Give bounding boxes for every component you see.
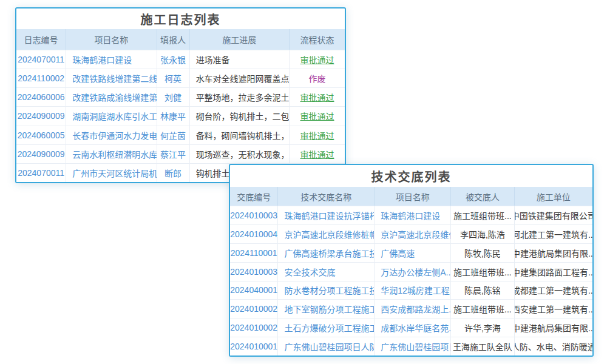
log-status-link[interactable]: 审批通过: [290, 107, 345, 125]
log-id-link[interactable]: 2024060005: [16, 126, 66, 144]
log-project-link[interactable]: 云南水利枢纽潜明水库一...: [66, 145, 157, 163]
disclosure-unit-text: 人防、水电、消防暖通: [515, 337, 592, 356]
table-row: 2024010002 地下室钢筋分项工程施工... 西安成都路龙湖上... 施工…: [230, 299, 592, 318]
log-project-link[interactable]: 广州市天河区统计局机房...: [66, 164, 157, 182]
disclosure-name-link[interactable]: 广佛高速桥梁承台施工技...: [278, 244, 375, 262]
log-reporter-link[interactable]: 断郎: [157, 164, 190, 182]
log-reporter-link[interactable]: 蔡江平: [157, 145, 190, 163]
log-reporter-link[interactable]: 林康平: [157, 107, 190, 125]
disclosure-project-link[interactable]: 广东佛山碧桂园项目: [375, 337, 451, 356]
disclosure-project-link[interactable]: 西安成都路龙湖上...: [375, 300, 451, 318]
log-id-link[interactable]: 2024070011: [16, 50, 66, 69]
disclosure-project-link[interactable]: 成都水岸华庭名苑...: [375, 318, 451, 337]
disclosure-recipient-text: 施工班组带班...: [451, 263, 514, 281]
log-status-link[interactable]: 审批通过: [290, 88, 345, 106]
log-id-link[interactable]: 2024060006: [16, 88, 66, 106]
table-row: 2024090009 湖南洞庭湖水库引水工程... 林康平 砌台阶，钩机排土，二…: [16, 106, 345, 125]
log-reporter-link[interactable]: 柯英: [157, 69, 190, 87]
disclosure-recipient-text: 陈晨,陈铭: [451, 281, 514, 300]
disclosure-name-link[interactable]: 安全技术交底: [278, 263, 375, 281]
log-progress-text: 水车对全线遮阳网覆盖点进...: [190, 69, 290, 87]
disclosure-unit-text: 河北建工第一建筑有...: [515, 225, 592, 243]
column-header-project-name: 项目名称: [375, 187, 451, 206]
disclosure-recipient-text: 王海施工队全队: [451, 337, 514, 356]
table-row: 2024010003 安全技术交底 万达办公楼左侧A... 施工班组带班... …: [230, 262, 592, 281]
disclosure-project-link[interactable]: 广佛高速: [375, 244, 451, 262]
log-project-link[interactable]: 长春市伊通河水力发电厂...: [66, 126, 157, 144]
column-header-unit: 施工单位: [515, 187, 592, 206]
disclosure-recipient-text: 许华,李海: [451, 318, 514, 337]
disclosure-name-link[interactable]: 京沪高速北京段维修桩帽...: [278, 225, 375, 243]
construction-log-header-row: 日志编号 项目名称 填报人 施工进展 流程状态: [16, 29, 345, 50]
disclosure-name-link[interactable]: 防水卷材分项工程施工技...: [278, 281, 375, 300]
column-header-log-id: 日志编号: [16, 29, 66, 50]
table-row: 2024010001 广东佛山碧桂园项目人防... 广东佛山碧桂园项目 王海施工…: [230, 337, 592, 356]
disclosure-name-link[interactable]: 土石方爆破分项工程施工...: [278, 318, 375, 337]
disclosure-recipient-text: 李四海,陈浩: [451, 225, 514, 243]
disclosure-id-link[interactable]: 2024010003: [230, 206, 278, 224]
log-progress-text: 平整场地，拉走多余泥土15...: [190, 88, 290, 106]
disclosure-id-link[interactable]: 2024040001: [230, 281, 278, 300]
log-reporter-link[interactable]: 何芷茵: [157, 126, 190, 144]
desktop-background: { "colors": { "window_border": "#38a8dc"…: [0, 0, 607, 364]
disclosure-project-link[interactable]: 万达办公楼左侧A...: [375, 263, 451, 281]
disclosure-id-link[interactable]: 2024010002: [230, 300, 278, 318]
table-row: 2024060006 改建铁路成渝线增建第二... 刘健 平整场地，拉走多余泥土…: [16, 87, 345, 106]
disclosure-unit-text: 西安建工第一建筑有...: [515, 300, 592, 318]
disclosure-id-link[interactable]: 2024010003: [230, 263, 278, 281]
table-row: 2024060005 长春市伊通河水力发电厂... 何芷茵 备料，砌间墙钩机排土…: [16, 126, 345, 144]
column-header-disclosure-name: 技术交底名称: [278, 187, 375, 206]
table-row: 2024010004 京沪高速北京段维修桩帽... 京沪高速北京段维修 李四海,…: [230, 224, 592, 243]
construction-log-title: 施工日志列表: [16, 8, 345, 29]
log-project-link[interactable]: 珠海鹤港口建设: [66, 50, 157, 69]
disclosure-recipient-text: 施工班组带班...: [451, 300, 514, 318]
table-row: 2024110002 改建铁路线增建第二线直... 柯英 水车对全线遮阳网覆盖点…: [16, 69, 345, 87]
log-id-link[interactable]: 2024110002: [16, 69, 66, 87]
log-status-link[interactable]: 审批通过: [290, 145, 345, 163]
log-progress-text: 进场准备: [190, 50, 290, 69]
log-progress-text: 现场巡查，无积水现象，水...: [190, 145, 290, 163]
disclosure-id-link[interactable]: 2024110001: [230, 244, 278, 262]
log-reporter-link[interactable]: 张永银: [157, 50, 190, 69]
log-status-link[interactable]: 审批通过: [290, 50, 345, 69]
disclosure-project-link[interactable]: 京沪高速北京段维修: [375, 225, 451, 243]
technical-disclosure-window: 技术交底列表 交底编号 技术交底名称 项目名称 被交底人 施工单位 202401…: [229, 164, 594, 357]
disclosure-project-link[interactable]: 珠海鹤港口建设: [375, 206, 451, 224]
log-progress-text: 备料，砌间墙钩机排土，瓦...: [190, 126, 290, 144]
table-row: 2024010002 土石方爆破分项工程施工... 成都水岸华庭名苑... 许华…: [230, 318, 592, 337]
disclosure-unit-text: 中国铁建集团有限公司: [515, 206, 592, 224]
log-project-link[interactable]: 改建铁路成渝线增建第二...: [66, 88, 157, 106]
table-row: 2024070011 珠海鹤港口建设 张永银 进场准备 审批通过: [16, 50, 345, 69]
disclosure-recipient-text: 施工班组带班...: [451, 206, 514, 224]
disclosure-unit-text: 中建港航局集团有限...: [515, 244, 592, 262]
construction-log-window: 施工日志列表 日志编号 项目名称 填报人 施工进展 流程状态 202407001…: [15, 7, 346, 183]
disclosure-name-link[interactable]: 地下室钢筋分项工程施工...: [278, 300, 375, 318]
disclosure-unit-text: 成都建工第一建筑有...: [515, 281, 592, 300]
disclosure-name-link[interactable]: 珠海鹤港口建设抗浮锚杆...: [278, 206, 375, 224]
technical-disclosure-body: 2024010003 珠海鹤港口建设抗浮锚杆... 珠海鹤港口建设 施工班组带班…: [230, 206, 592, 356]
log-id-link[interactable]: 2024070011: [16, 164, 66, 182]
column-header-progress: 施工进展: [190, 29, 290, 50]
log-reporter-link[interactable]: 刘健: [157, 88, 190, 106]
log-status-link[interactable]: 审批通过: [290, 126, 345, 144]
table-row: 2024010003 珠海鹤港口建设抗浮锚杆... 珠海鹤港口建设 施工班组带班…: [230, 206, 592, 224]
log-id-link[interactable]: 2024090009: [16, 145, 66, 163]
technical-disclosure-title: 技术交底列表: [230, 165, 592, 187]
table-row: 2024110001 广佛高速桥梁承台施工技... 广佛高速 陈牧,陈民 中建港…: [230, 243, 592, 262]
log-progress-text: 砌台阶，钩机排土，二包砌...: [190, 107, 290, 125]
disclosure-name-link[interactable]: 广东佛山碧桂园项目人防...: [278, 337, 375, 356]
column-header-reporter: 填报人: [157, 29, 190, 50]
disclosure-project-link[interactable]: 华润12城房建工程...: [375, 281, 451, 300]
disclosure-id-link[interactable]: 2024010004: [230, 225, 278, 243]
disclosure-unit-text: 中建集团路面工程有...: [515, 263, 592, 281]
disclosure-id-link[interactable]: 2024010001: [230, 337, 278, 356]
log-project-link[interactable]: 湖南洞庭湖水库引水工程...: [66, 107, 157, 125]
log-status-link[interactable]: 作废: [290, 69, 345, 87]
log-id-link[interactable]: 2024090009: [16, 107, 66, 125]
column-header-project-name: 项目名称: [66, 29, 157, 50]
log-project-link[interactable]: 改建铁路线增建第二线直...: [66, 69, 157, 87]
construction-log-body: 2024070011 珠海鹤港口建设 张永银 进场准备 审批通过 2024110…: [16, 50, 345, 182]
disclosure-recipient-text: 陈牧,陈民: [451, 244, 514, 262]
column-header-recipient: 被交底人: [451, 187, 514, 206]
disclosure-id-link[interactable]: 2024010002: [230, 318, 278, 337]
